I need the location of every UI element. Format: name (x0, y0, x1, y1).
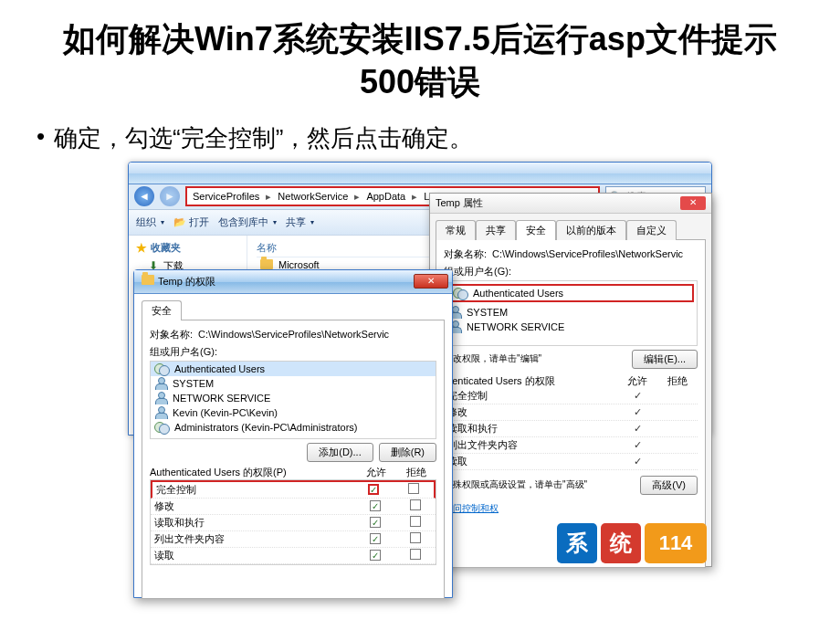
forward-button[interactable]: ► (160, 186, 180, 206)
object-name-label-2: 对象名称: (150, 328, 193, 341)
logo-chip-3: 114 (645, 523, 707, 563)
allow-checkbox[interactable] (370, 550, 381, 561)
deny-checkbox[interactable] (410, 516, 421, 527)
tab-security[interactable]: 安全 (516, 220, 556, 240)
permission-row: 修改✓ (444, 404, 698, 421)
logo-chip-1: 系 (557, 523, 597, 563)
tb-share[interactable]: 共享 (286, 215, 314, 229)
tab-general[interactable]: 常规 (436, 220, 476, 240)
user-item[interactable]: NETWORK SERVICE (151, 391, 436, 405)
tab-security-2[interactable]: 安全 (142, 300, 182, 320)
page-title: 如何解决Win7系统安装IIS7.5后运行asp文件提示500错误 (37, 18, 803, 104)
logo-chip-2: 统 (601, 523, 641, 563)
user-authenticated-users[interactable]: Authenticated Users (447, 284, 694, 302)
remove-button[interactable]: 删除(R) (379, 443, 436, 462)
object-name-value: C:\Windows\ServiceProfiles\NetworkServic (492, 248, 698, 259)
user-icon (154, 421, 169, 434)
folder-icon (260, 259, 273, 269)
bullet-text: 确定，勾选“完全控制”，然后点击确定。 (37, 122, 803, 154)
tb-include[interactable]: 包含到库中 (218, 215, 277, 229)
permission-row: 读取 (151, 548, 436, 564)
add-button[interactable]: 添加(D)... (307, 443, 373, 462)
user-item[interactable]: SYSTEM (151, 376, 436, 391)
permissions-titlebar: Temp 的权限 ✕ (134, 270, 452, 294)
crumb-segment[interactable]: AppData (366, 191, 405, 202)
allow-checkbox[interactable] (370, 500, 381, 511)
back-button[interactable]: ◄ (134, 186, 154, 206)
nav-favorites[interactable]: ★收藏夹 (136, 241, 247, 255)
user-icon (154, 362, 169, 375)
deny-label: 拒绝 (657, 374, 698, 388)
object-name-label: 对象名称: (444, 247, 487, 261)
deny-label-2: 拒绝 (396, 466, 436, 479)
user-network-service[interactable]: NETWORK SERVICE (445, 320, 697, 334)
chevron-right-icon: ▸ (412, 191, 417, 203)
chevron-right-icon: ▸ (354, 191, 360, 203)
groups-label-2: 组或用户名(G): (150, 345, 436, 359)
tab-previous[interactable]: 以前的版本 (556, 220, 626, 240)
object-name-value-2: C:\Windows\ServiceProfiles\NetworkServic (198, 329, 436, 340)
properties-titlebar: Temp 属性 ✕ (430, 194, 711, 214)
folder-open-icon: 📂 (173, 216, 186, 228)
allow-checkbox[interactable] (370, 533, 381, 544)
permission-row: 读取和执行✓ (444, 421, 698, 437)
close-button[interactable]: ✕ (680, 196, 706, 210)
crumb-segment[interactable]: NetworkService (278, 191, 348, 202)
tab-custom[interactable]: 自定义 (626, 220, 677, 240)
permission-row: 列出文件夹内容✓ (444, 437, 698, 454)
user-icon (154, 377, 167, 390)
user-item[interactable]: Authenticated Users (151, 362, 436, 376)
user-item[interactable]: Kevin (Kevin-PC\Kevin) (151, 405, 436, 420)
star-icon: ★ (136, 241, 147, 255)
properties-dialog: Temp 属性 ✕ 常规 共享 安全 以前的版本 自定义 对象名称:C:\Win… (429, 193, 712, 567)
permission-row: 完全控制✓ (444, 388, 698, 404)
user-icon (154, 406, 167, 419)
deny-checkbox[interactable] (408, 483, 419, 494)
users-listbox-2[interactable]: Authenticated UsersSYSTEMNETWORK SERVICE… (150, 361, 436, 439)
perm-title-2: Authenticated Users 的权限(P) (150, 466, 356, 479)
allow-checkbox[interactable] (370, 517, 381, 528)
permissions-dialog: Temp 的权限 ✕ 安全 对象名称:C:\Windows\ServicePro… (133, 269, 453, 598)
allow-label-2: 允许 (356, 466, 396, 479)
permission-row: 读取和执行 (151, 515, 436, 531)
brand-logo: 系 统 114 (557, 523, 707, 563)
advanced-hint: 特殊权限或高级设置，请单击"高级" (444, 478, 635, 491)
permission-row: 完全控制 (151, 480, 436, 499)
folder-icon (142, 275, 154, 285)
screenshot-area: ◄ ► ServiceProfiles▸NetworkService▸AppDa… (128, 162, 712, 600)
advanced-button[interactable]: 高级(V) (640, 476, 698, 495)
user-item[interactable]: Administrators (Kevin-PC\Administrators) (151, 420, 436, 435)
groups-label: 组或用户名(G): (444, 265, 698, 278)
close-button[interactable]: ✕ (414, 274, 448, 289)
allow-label: 允许 (617, 374, 657, 388)
chevron-right-icon: ▸ (266, 191, 271, 203)
permission-row: 修改 (151, 499, 436, 515)
tab-share[interactable]: 共享 (476, 220, 516, 240)
user-system[interactable]: SYSTEM (445, 305, 697, 320)
users-icon (453, 287, 467, 299)
deny-checkbox[interactable] (410, 499, 421, 510)
deny-checkbox[interactable] (410, 532, 421, 543)
edit-button[interactable]: 编辑(E)... (632, 350, 698, 369)
user-icon (154, 392, 167, 404)
permission-row: 列出文件夹内容 (151, 531, 436, 548)
edit-hint: 更改权限，请单击"编辑" (444, 352, 541, 365)
users-listbox[interactable]: Authenticated Users SYSTEM NETWORK SERVI… (444, 280, 698, 346)
explorer-titlebar (129, 163, 711, 184)
crumb-segment[interactable]: ServiceProfiles (193, 191, 259, 202)
properties-tabs: 常规 共享 安全 以前的版本 自定义 (430, 214, 711, 239)
tb-organize[interactable]: 组织 (136, 215, 164, 229)
tb-open[interactable]: 📂打开 (173, 215, 209, 229)
deny-checkbox[interactable] (410, 549, 421, 560)
permission-row: 读取✓ (444, 454, 698, 470)
allow-checkbox[interactable] (368, 484, 379, 495)
